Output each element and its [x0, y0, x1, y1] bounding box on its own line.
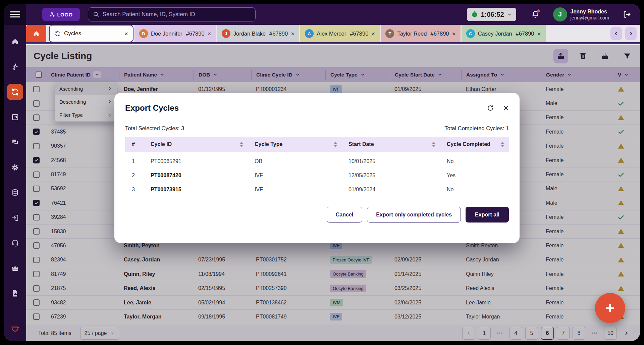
- export-cycles-modal: Export Cycles × Total Selected Cycles: 3…: [114, 93, 520, 243]
- logo-label: LOGO: [57, 12, 72, 17]
- col-num: #: [125, 141, 144, 147]
- report-file-icon: [11, 289, 19, 297]
- add-cycle-fab[interactable]: +: [595, 293, 625, 323]
- logout-icon: [623, 10, 631, 19]
- col-cycle-type[interactable]: Cycle Type: [248, 141, 342, 147]
- gear-icon: [11, 163, 19, 171]
- search-icon: [93, 11, 99, 18]
- patient-avatar: D: [139, 29, 148, 38]
- timer-value: 1:06:52: [481, 11, 504, 18]
- tab-patient-casey-jordan[interactable]: C Casey Jordan #67890 ×: [462, 25, 546, 42]
- cycle-id: PT00087420: [144, 172, 248, 179]
- col-cycle-id[interactable]: Cycle ID: [144, 141, 248, 147]
- sidebar-item-cycles[interactable]: [7, 84, 23, 100]
- sort-icon: [240, 142, 243, 147]
- sort-icon: [334, 142, 337, 147]
- tab-patient-taylor-reed[interactable]: T Taylor Reed #67890 ×: [381, 25, 460, 42]
- brand-icon: [10, 323, 20, 333]
- sidebar: [4, 4, 26, 341]
- user-name: Jenny Rhodes: [571, 8, 609, 15]
- close-icon[interactable]: ×: [371, 31, 375, 37]
- tab-cycles[interactable]: Cycles ×: [49, 25, 133, 42]
- database-icon: [11, 189, 19, 197]
- cycles-icon: [11, 88, 19, 96]
- patient-avatar: T: [385, 29, 394, 38]
- close-icon[interactable]: ×: [537, 31, 541, 37]
- close-icon[interactable]: ×: [291, 31, 294, 37]
- refresh-icon: [487, 104, 494, 112]
- patient-tab-id: #67890: [516, 31, 534, 37]
- sidebar-item-board[interactable]: [7, 109, 23, 125]
- tab-home[interactable]: [26, 25, 46, 42]
- notification-badge: [537, 9, 540, 12]
- walking-person-icon: [11, 63, 19, 71]
- stopwatch-icon: [471, 11, 478, 18]
- patient-tab-name: Alex Mercer: [317, 31, 346, 37]
- sidebar-item-data[interactable]: [7, 185, 23, 201]
- cycle-id: PT00065291: [144, 158, 248, 164]
- export-table: # Cycle ID Cycle Type Start Date Cycle C…: [125, 137, 509, 197]
- sidebar-item-patients[interactable]: [7, 59, 23, 75]
- total-completed-cycles: Total Completed Cycles: 1: [444, 125, 509, 132]
- sidebar-item-reports[interactable]: [7, 285, 23, 301]
- logo[interactable]: LOGO: [42, 8, 80, 21]
- tab-cycles-label: Cycles: [64, 30, 81, 37]
- patient-avatar: J: [222, 29, 230, 38]
- modal-close-button[interactable]: ×: [503, 103, 509, 113]
- export-row: 3 PT00073915 IVF 01/09/2024 No: [125, 183, 509, 197]
- cancel-button[interactable]: Cancel: [327, 207, 362, 223]
- export-row: 1 PT00065291 OB 10/01/2025 No: [125, 154, 509, 168]
- patient-tab-id: #67890: [186, 31, 205, 37]
- col-cycle-completed[interactable]: Cycle Completed: [440, 141, 509, 147]
- notifications-button[interactable]: [531, 10, 540, 19]
- patient-tab-name: Jordan Blake: [233, 31, 266, 37]
- tabs-scroll-right-button[interactable]: [625, 27, 637, 40]
- total-selected-cycles: Total Selected Cycles: 3: [125, 125, 184, 132]
- patient-tab-name: Taylor Reed: [397, 31, 427, 37]
- sidebar-item-home[interactable]: [7, 34, 23, 50]
- home-icon: [33, 30, 40, 37]
- modal-title: Export Cycles: [125, 103, 179, 113]
- cycles-icon: [54, 31, 61, 37]
- timer-chip[interactable]: 1:06:52: [467, 8, 516, 21]
- topbar: LOGO 1:06:52 J Jenny Rhodes jenny@gmail.…: [26, 4, 640, 25]
- sidebar-item-settings[interactable]: [7, 159, 23, 176]
- export-all-button[interactable]: Export all: [466, 207, 509, 223]
- sort-icon: [432, 142, 435, 147]
- close-icon[interactable]: ×: [124, 31, 128, 37]
- tab-bar: Cycles × D Doe Jennifer #67890 × J Jorda…: [26, 25, 640, 44]
- patient-avatar: A: [305, 29, 314, 38]
- tab-patient-alex-mercer[interactable]: A Alex Mercer #67890 ×: [300, 25, 380, 42]
- export-completed-button[interactable]: Export only completed cycles: [367, 207, 461, 223]
- logo-icon: [49, 11, 55, 17]
- sidebar-item-premium[interactable]: [7, 260, 23, 276]
- crown-icon: [11, 264, 19, 272]
- sidebar-item-messages[interactable]: [7, 134, 23, 150]
- tab-patient-doe-jennifer[interactable]: D Doe Jennifer #67890 ×: [135, 25, 216, 42]
- hamburger-icon: [10, 10, 20, 19]
- export-row: 2 PT00087420 IVF 12/05/2025 Yes: [125, 168, 509, 183]
- home-icon: [11, 38, 19, 46]
- sidebar-item-intake[interactable]: [7, 210, 23, 226]
- plus-icon: +: [606, 299, 615, 317]
- sidebar-item-support[interactable]: [7, 235, 23, 251]
- menu-button[interactable]: [4, 4, 26, 25]
- close-icon[interactable]: ×: [452, 31, 456, 37]
- col-start-date[interactable]: Start Date: [342, 141, 440, 147]
- user-menu[interactable]: J Jenny Rhodes jenny@gmail.com: [553, 7, 609, 21]
- patient-tab-id: #67890: [430, 31, 449, 37]
- patient-tab-name: Casey Jordan: [478, 31, 512, 37]
- tab-patient-jordan-blake[interactable]: J Jordan Blake #67890 ×: [217, 25, 299, 42]
- tabs-scroll-left-button[interactable]: [610, 27, 622, 40]
- search-bar[interactable]: [88, 7, 256, 21]
- close-icon[interactable]: ×: [208, 31, 211, 37]
- chat-icon: [11, 138, 19, 146]
- logout-button[interactable]: [623, 10, 631, 19]
- patient-tab-name: Doe Jennifer: [151, 31, 182, 37]
- login-icon: [11, 214, 19, 222]
- chevron-right-icon: [628, 31, 634, 36]
- kanban-icon: [11, 113, 19, 121]
- search-input[interactable]: [103, 11, 251, 18]
- sort-icon: [501, 142, 504, 147]
- refresh-button[interactable]: [487, 104, 494, 112]
